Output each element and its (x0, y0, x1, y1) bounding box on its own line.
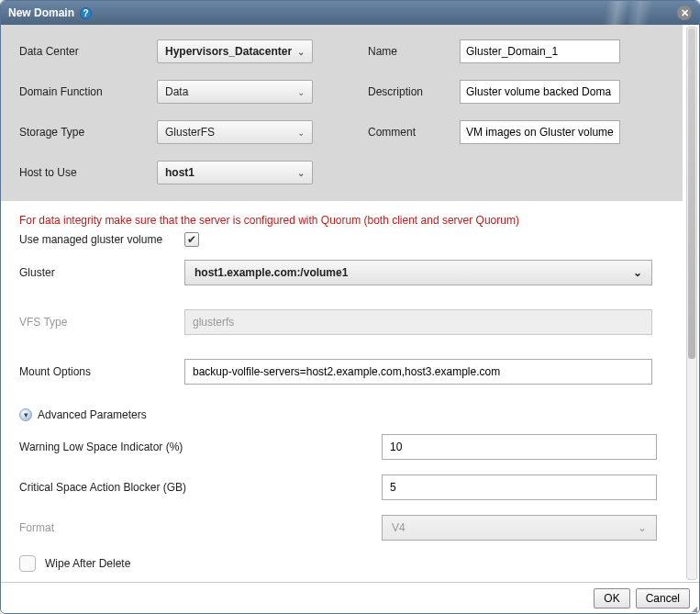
quorum-warning: For data integrity make sure that the se… (19, 214, 664, 227)
cancel-button[interactable]: Cancel (636, 588, 690, 608)
domain-function-label: Domain Function (19, 85, 157, 98)
format-label: Format (19, 521, 382, 534)
host-select[interactable]: host1 ⌄ (157, 161, 313, 184)
chevron-down-icon: ⌄ (638, 521, 647, 534)
gluster-label: Gluster (19, 266, 184, 279)
new-domain-dialog: New Domain ? ✕ Data Center Hypervisors_D… (0, 0, 700, 614)
format-value: V4 (392, 521, 406, 534)
comment-input[interactable] (460, 120, 620, 144)
name-label: Name (368, 45, 460, 58)
storage-type-value: GlusterFS (165, 126, 215, 139)
dialog-body: Data Center Hypervisors_Datacenter ⌄ Nam… (1, 25, 699, 582)
warning-low-space-label: Warning Low Space Indicator (%) (19, 441, 382, 453)
chevron-down-icon: ⌄ (297, 128, 305, 138)
ok-button[interactable]: OK (594, 588, 629, 608)
collapse-icon: ▾ (19, 408, 32, 421)
format-select: V4 ⌄ (382, 515, 657, 541)
domain-function-select[interactable]: Data ⌄ (157, 80, 313, 104)
host-label: Host to Use (19, 166, 157, 179)
wipe-after-delete-checkbox[interactable] (19, 555, 36, 572)
domain-function-value: Data (165, 85, 188, 98)
mount-options-label: Mount Options (19, 365, 184, 378)
scrollbar-thumb[interactable] (688, 28, 695, 359)
comment-label: Comment (368, 126, 460, 139)
vfs-type-label: VFS Type (19, 316, 184, 329)
help-icon[interactable]: ? (80, 7, 92, 19)
storage-type-select[interactable]: GlusterFS ⌄ (157, 120, 313, 144)
chevron-down-icon: ⌄ (297, 47, 305, 57)
critical-space-label: Critical Space Action Blocker (GB) (19, 481, 382, 494)
managed-gluster-label: Use managed gluster volume (19, 233, 184, 246)
chevron-down-icon: ⌄ (297, 87, 305, 97)
dialog-title: New Domain (8, 6, 74, 19)
chevron-down-icon: ⌄ (633, 266, 642, 279)
chevron-down-icon: ⌄ (297, 168, 305, 178)
titlebar-decoration (561, 1, 672, 25)
mount-options-input[interactable] (184, 359, 652, 385)
description-input[interactable] (460, 80, 620, 104)
gluster-select[interactable]: host1.example.com:/volume1 ⌄ (184, 260, 652, 285)
data-center-value: Hypervisors_Datacenter (165, 45, 292, 58)
data-center-label: Data Center (19, 45, 157, 58)
gluster-value: host1.example.com:/volume1 (194, 266, 348, 279)
critical-space-input[interactable] (382, 474, 657, 500)
advanced-parameters-label: Advanced Parameters (38, 408, 147, 421)
scrollbar[interactable] (686, 27, 697, 580)
vfs-type-input (184, 309, 652, 335)
top-form-grid: Data Center Hypervisors_Datacenter ⌄ Nam… (1, 25, 683, 201)
dialog-footer: OK Cancel (1, 582, 699, 613)
host-value: host1 (165, 166, 194, 179)
name-input[interactable] (460, 39, 620, 63)
warning-low-space-input[interactable] (382, 434, 657, 460)
wipe-after-delete-label: Wipe After Delete (45, 557, 130, 570)
description-label: Description (368, 85, 460, 98)
storage-type-label: Storage Type (19, 126, 157, 139)
managed-gluster-checkbox[interactable]: ✔ (184, 232, 199, 247)
advanced-parameters-toggle[interactable]: ▾ Advanced Parameters (19, 408, 664, 421)
data-center-select[interactable]: Hypervisors_Datacenter ⌄ (157, 39, 313, 63)
titlebar: New Domain ? ✕ (1, 1, 699, 25)
lower-form: For data integrity make sure that the se… (1, 201, 683, 582)
close-icon[interactable]: ✕ (677, 6, 692, 20)
